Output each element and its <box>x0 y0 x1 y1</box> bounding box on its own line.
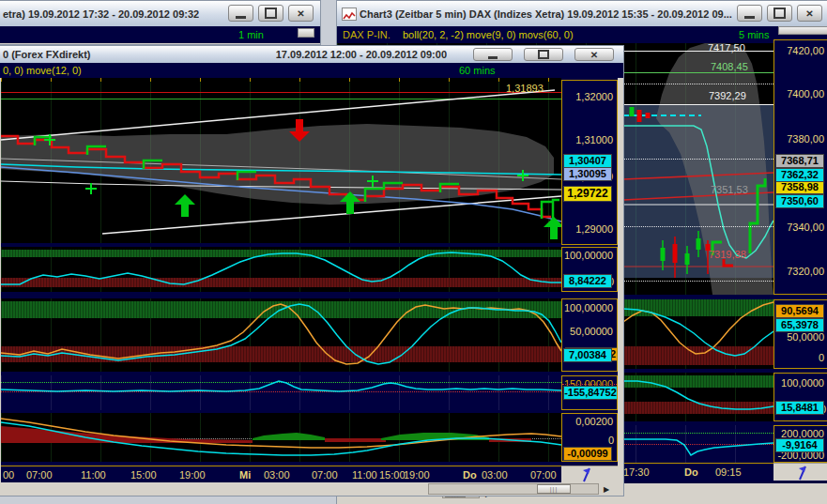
candle-bodies-green <box>663 238 698 265</box>
axis-label: 0 <box>608 435 614 446</box>
scroll-right-arrow[interactable]: ▶ <box>604 485 609 494</box>
indicator-tag: -0,00099 <box>563 447 612 461</box>
background-window-title: etra) 19.09.2012 17:32 - 20.09.2012 09:3… <box>3 8 199 20</box>
stochastic-orange-line <box>623 302 773 354</box>
indicator-tag-clipped: 0,00179 <box>563 460 612 462</box>
forex-indicator-pane-1 <box>1 247 561 292</box>
axis-box-indicator-2: 100,0000 0 15,8481 <box>773 373 827 421</box>
minimize-button[interactable] <box>228 5 253 22</box>
axis-label: 100,0000 <box>781 377 824 389</box>
forex-time-axis: 00 07:00 11:00 15:00 19:00 Mi 03:00 07:0… <box>1 466 561 482</box>
axis-label: 50,00000 <box>570 326 613 337</box>
axis-label: 100,00000 <box>564 302 613 313</box>
forex-window-title: 0 (Forex FXdirekt) <box>3 49 91 60</box>
interval-label: 5 mins <box>739 29 769 40</box>
horizontal-scrollbar[interactable]: ||| <box>428 483 599 495</box>
time-label: 15:00 <box>379 469 406 481</box>
flag-icon[interactable] <box>796 465 811 481</box>
axis-corner <box>773 463 827 481</box>
indicator-tag: 15,8481 <box>775 401 824 415</box>
close-button[interactable]: ✕ <box>797 5 822 22</box>
stochastic-cyan-line <box>623 309 773 356</box>
time-label: 11:00 <box>352 469 377 481</box>
background-indicator-bar: 1 min <box>0 26 320 43</box>
axis-box-indicator-4: 0,00200 0 -0,00099 0,00179 <box>561 413 618 462</box>
indicator-params: 0, 0) move(12, 0) <box>3 65 82 76</box>
axis-label: 7340,00 <box>787 221 824 233</box>
interval-label: 1 min <box>238 29 264 40</box>
axis-box-indicator-1: 100,0000 50,0000 0 90,5694 65,3978 <box>773 299 827 369</box>
indicator-params: boll(20, 2, -2) move(9, 0) movs(60, 0) <box>403 29 574 40</box>
axis-label: 7320,00 <box>787 266 824 277</box>
minimize-button[interactable] <box>737 5 762 22</box>
indicator-tag: 8,84222 <box>563 274 612 288</box>
axis-label: 7380,00 <box>787 133 824 145</box>
buy-signal-arrow <box>340 191 360 214</box>
forex-chart-window: 0 (Forex FXdirekt) 17.09.2012 12:00 - 20… <box>0 45 624 496</box>
axis-box-indicator-3: 150,00000 -155,84752 <box>561 375 618 410</box>
background-window-titlebar[interactable]: etra) 19.09.2012 17:32 - 20.09.2012 09:3… <box>0 1 320 27</box>
candle-bodies-red <box>675 244 708 263</box>
axis-label: 1,31000 <box>575 134 613 145</box>
time-label: 07:00 <box>530 469 557 481</box>
time-label: 19:00 <box>404 469 430 481</box>
axis-box-indicator-2: 100,00000 50,00000 0 2 7,00384 <box>561 298 618 372</box>
price-tag: 7358,98 <box>775 180 824 194</box>
restore-button[interactable] <box>258 5 283 22</box>
stochastic-orange-line <box>1 304 561 364</box>
forex-indicator-pane-2 <box>1 298 561 372</box>
price-level-label: 7408,45 <box>711 61 748 72</box>
minimize-button[interactable] <box>473 48 513 61</box>
scrollbar-thumb[interactable]: ||| <box>537 484 571 494</box>
flag-icon[interactable] <box>580 466 595 482</box>
close-button[interactable]: ✕ <box>574 48 614 61</box>
price-level-label: 7351,53 <box>711 184 748 195</box>
time-label: 11:00 <box>81 469 106 481</box>
momentum-cyan-line <box>623 439 773 455</box>
indicator-tag: 7,00384 <box>563 348 612 362</box>
price-tag: 1,29722 <box>563 186 612 202</box>
forex-window-titlebar[interactable]: 0 (Forex FXdirekt) 17.09.2012 12:00 - 20… <box>0 46 623 64</box>
dax-window-titlebar[interactable]: Chart3 (Zeitbar 5 min) DAX (Indizes Xetr… <box>337 1 827 27</box>
indicator-tag: -155,84752 <box>563 386 618 400</box>
forex-indicator-bar: 0, 0) move(12, 0) 60 mins <box>0 63 623 78</box>
axis-label: 1,32000 <box>575 91 613 102</box>
day-label: Do <box>684 466 698 478</box>
forex-date-range: 17.09.2012 12:00 - 20.09.2012 09:00 <box>276 49 447 60</box>
axis-box-main: 7420,00 7400,00 7380,00 7360,00 7340,00 … <box>773 39 827 295</box>
indicator-name: DAX P-IN. <box>343 29 391 40</box>
day-label: Mi <box>239 469 251 481</box>
time-label: 07:00 <box>26 469 53 481</box>
restore-button[interactable] <box>767 5 792 22</box>
forex-indicator-pane-4 <box>1 413 561 462</box>
forex-bottom-chrome: ||| ▶ <box>0 482 623 496</box>
scrollbar-thumb[interactable] <box>778 26 827 35</box>
price-tag: 7362,32 <box>775 168 824 182</box>
forex-chart-body: 1,31893 <box>1 78 618 466</box>
forex-indicator-pane-3 <box>1 375 561 410</box>
forex-price-axis: 1,32000 1,31000 1,30000 1,29000 1,30407 … <box>561 78 618 466</box>
red-dotted-overlay <box>562 384 617 385</box>
restore-button[interactable] <box>524 48 563 61</box>
dax-price-axis: 7420,00 7400,00 7380,00 7360,00 7340,00 … <box>773 43 827 483</box>
oscillator-cyan-line <box>623 381 773 409</box>
price-level-label: 7417,50 <box>708 42 745 53</box>
price-tag: 1,30095 <box>563 167 612 181</box>
axis-label: 7420,00 <box>787 45 824 56</box>
indicator-tag: -9,9164 <box>775 438 824 452</box>
time-label: 19:00 <box>179 469 206 481</box>
close-button[interactable]: ✕ <box>288 5 314 22</box>
time-label: 09:15 <box>715 466 742 478</box>
price-level-label: 7319,38 <box>709 249 746 260</box>
rsi-cyan-line <box>1 252 561 284</box>
axis-box-indicator-1: 100,00000 0 8,84222 <box>561 247 618 292</box>
axis-label: 7400,00 <box>787 88 824 99</box>
bollinger-band <box>1 124 554 205</box>
indicator-tag: 90,5694 <box>775 304 824 318</box>
axis-box-main: 1,32000 1,31000 1,30000 1,29000 1,30407 … <box>561 80 618 245</box>
day-label: Do <box>463 469 477 481</box>
background-chart-window: etra) 19.09.2012 17:32 - 20.09.2012 09:3… <box>0 0 321 45</box>
axis-label: 1,29000 <box>575 223 613 235</box>
scrollbar-thumb[interactable] <box>298 28 314 38</box>
price-tag: 7368,71 <box>775 154 824 168</box>
